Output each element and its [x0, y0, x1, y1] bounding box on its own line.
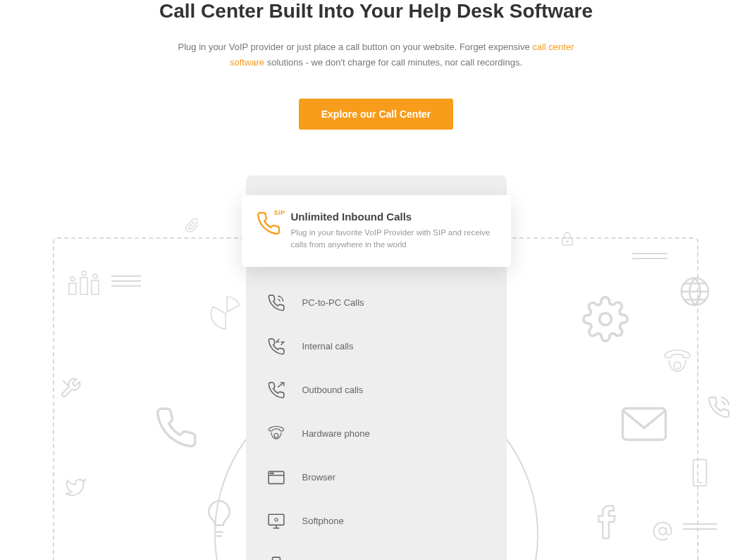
svg-rect-2 [69, 283, 76, 294]
mobile-icon [267, 556, 285, 560]
feature-label: Browser [302, 472, 336, 483]
feature-label: Softphone [302, 516, 344, 526]
feature-label: PC-to-PC Calls [302, 297, 364, 308]
svg-rect-6 [92, 280, 99, 294]
explore-cta-button[interactable]: Explore our Call Center [299, 99, 454, 130]
subtitle-text-post: solutions - we don't charge for call min… [264, 57, 522, 68]
facebook-icon [594, 504, 620, 543]
phone-sip-icon: SIP [256, 211, 281, 236]
feature-list: PC-to-PC Calls Internal calls Outbound c… [246, 281, 507, 560]
featured-desc: Plug in your favorite VoIP Provider with… [291, 227, 494, 251]
svg-rect-15 [622, 409, 665, 440]
feature-item-hardware[interactable]: Hardware phone [267, 412, 486, 456]
svg-rect-34 [272, 557, 280, 560]
paperclip-icon [185, 218, 200, 236]
gear-icon [581, 295, 629, 346]
phone-arrows-icon [267, 337, 285, 356]
svg-point-25 [274, 433, 278, 437]
features-panel: SIP Unlimited Inbound Calls Plug in your… [246, 175, 507, 560]
phone-ring-icon [267, 294, 285, 312]
feature-item-internal[interactable]: Internal calls [267, 325, 486, 368]
hero-subtitle: Plug in your VoIP provider or just place… [172, 39, 581, 70]
svg-point-12 [600, 313, 612, 325]
monitor-icon [267, 512, 285, 530]
svg-point-33 [274, 518, 277, 521]
feature-item-softphone[interactable]: Softphone [267, 499, 486, 543]
classic-phone-decor-icon [662, 347, 693, 378]
browser-icon [267, 468, 285, 487]
mobile-decor-icon [690, 457, 710, 491]
svg-point-29 [272, 473, 273, 473]
feature-label: Hardware phone [302, 428, 370, 439]
bars-icon [68, 270, 101, 299]
svg-rect-30 [269, 514, 284, 525]
svg-point-8 [682, 278, 708, 305]
page-title: Call Center Built Into Your Help Desk So… [42, 0, 710, 23]
at-icon [652, 521, 673, 545]
subtitle-text-pre: Plug in your VoIP provider or just place… [178, 42, 533, 52]
svg-line-24 [278, 382, 284, 387]
svg-point-18 [659, 528, 666, 535]
phone-arrow-out-icon [267, 381, 285, 399]
svg-point-13 [674, 362, 681, 369]
hardware-phone-icon [267, 425, 285, 443]
lightbulb-icon [203, 498, 235, 542]
feature-item-pc-to-pc[interactable]: PC-to-PC Calls [267, 281, 486, 325]
feature-label: Internal calls [302, 341, 354, 351]
feature-item-outbound[interactable]: Outbound calls [267, 368, 486, 412]
feature-item-browser[interactable]: Browser [267, 456, 486, 499]
svg-point-28 [270, 473, 271, 473]
lock-icon [559, 230, 576, 250]
phone-handset-decor-icon [154, 405, 199, 453]
svg-point-1 [567, 241, 568, 242]
phone-ring-decor-icon [707, 395, 731, 422]
pie-icon [209, 294, 245, 333]
featured-card[interactable]: SIP Unlimited Inbound Calls Plug in your… [242, 195, 511, 267]
feature-item-mobile[interactable]: Mobile app [267, 543, 486, 560]
sip-label: SIP [273, 209, 285, 216]
svg-point-3 [70, 277, 75, 281]
globe-icon [679, 275, 711, 311]
svg-point-5 [82, 271, 86, 275]
envelope-icon [620, 406, 669, 444]
svg-point-7 [93, 274, 97, 278]
tools-icon [59, 377, 82, 402]
svg-rect-16 [694, 460, 707, 486]
svg-line-14 [63, 381, 69, 387]
twitter-icon [63, 477, 87, 501]
svg-rect-0 [562, 238, 572, 245]
svg-rect-4 [80, 278, 87, 294]
feature-label: Outbound calls [302, 385, 364, 395]
featured-title: Unlimited Inbound Calls [291, 211, 494, 223]
